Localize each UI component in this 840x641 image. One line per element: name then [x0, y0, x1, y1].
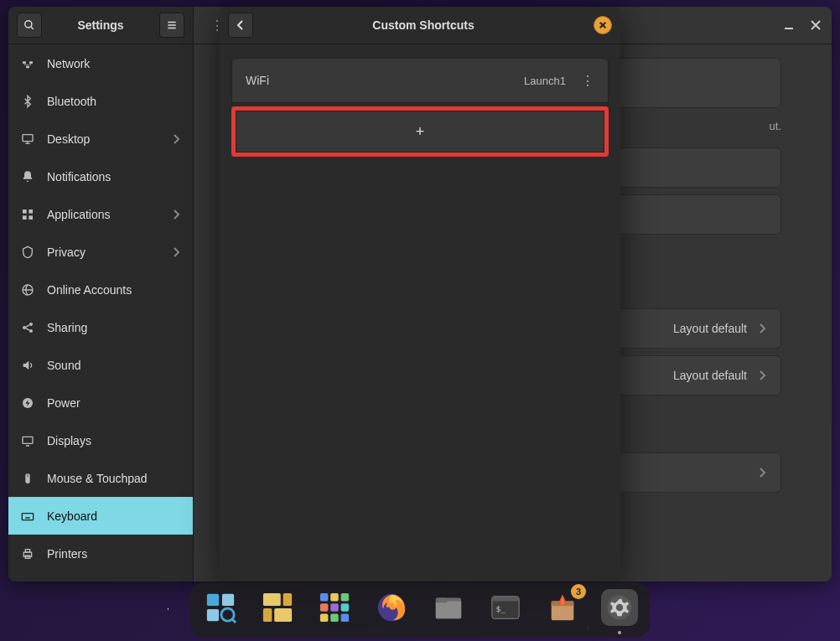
- svg-line-23: [26, 324, 30, 327]
- dialog-close-button[interactable]: [594, 16, 612, 34]
- minimize-button[interactable]: [781, 18, 796, 33]
- add-shortcut-button[interactable]: +: [236, 111, 604, 152]
- search-button[interactable]: [17, 13, 42, 38]
- sidebar-item-label: Applications: [47, 208, 111, 221]
- sidebar-item-printers[interactable]: Printers: [8, 535, 193, 572]
- svg-point-72: [616, 604, 624, 612]
- svg-rect-18: [29, 215, 33, 220]
- sidebar-item-bluetooth[interactable]: Bluetooth: [8, 82, 193, 120]
- dock-store[interactable]: 3: [544, 589, 581, 626]
- sidebar-item-sharing[interactable]: Sharing: [8, 308, 193, 346]
- dialog-header: Custom Shortcuts: [220, 7, 620, 44]
- sidebar-item-label: Sharing: [47, 321, 87, 334]
- sidebar-item-label: Bluetooth: [47, 95, 96, 108]
- back-button[interactable]: [228, 13, 253, 38]
- svg-rect-58: [341, 603, 350, 612]
- svg-point-21: [29, 323, 33, 326]
- shortcut-row[interactable]: WiFi Launch1 ⋮: [231, 58, 609, 103]
- dock-applications[interactable]: [316, 589, 353, 626]
- sidebar-item-label: Displays: [47, 434, 91, 447]
- dock-tiling[interactable]: [259, 589, 296, 626]
- svg-line-1: [31, 27, 34, 29]
- svg-rect-45: [222, 594, 234, 606]
- sidebar-item-label: Notifications: [47, 170, 111, 184]
- close-icon: [599, 21, 607, 29]
- dock-terminal[interactable]: $_: [487, 589, 524, 626]
- sidebar-item-privacy[interactable]: Privacy: [8, 233, 193, 271]
- svg-rect-53: [320, 593, 329, 602]
- sidebar-item-power[interactable]: Power: [8, 384, 193, 421]
- chevron-right-icon: [757, 323, 767, 333]
- sidebar-item-sound[interactable]: Sound: [8, 346, 193, 384]
- printers-icon: [20, 546, 35, 561]
- dock-firefox[interactable]: [373, 589, 410, 626]
- sidebar-item-label: Online Accounts: [47, 283, 132, 297]
- dock-settings[interactable]: [601, 589, 638, 626]
- workspaces-icon: [205, 592, 236, 623]
- sidebar-item-network[interactable]: Network: [8, 44, 193, 82]
- svg-rect-44: [207, 594, 219, 606]
- sidebar-item-label: Printers: [47, 547, 87, 561]
- svg-rect-54: [330, 593, 339, 602]
- close-window-button[interactable]: [808, 18, 823, 33]
- dock-badge: 3: [571, 584, 586, 599]
- svg-rect-16: [29, 209, 33, 214]
- sidebar-item-online-accounts[interactable]: Online Accounts: [8, 271, 193, 308]
- svg-rect-15: [23, 209, 27, 214]
- shortcut-name: WiFi: [246, 74, 524, 87]
- terminal-icon: $_: [490, 592, 521, 623]
- sound-icon: [20, 358, 35, 373]
- svg-rect-17: [23, 215, 27, 220]
- settings-sidebar: Settings NetworkBluetoothDesktopNotifica…: [8, 7, 194, 582]
- svg-rect-30: [22, 513, 33, 520]
- hamburger-button[interactable]: [159, 13, 184, 38]
- sidebar-item-mouse[interactable]: Mouse & Touchpad: [8, 459, 193, 497]
- apps-grid-icon: [319, 592, 350, 623]
- sidebar-item-label: Desktop: [47, 132, 90, 146]
- svg-rect-49: [263, 593, 281, 606]
- svg-rect-61: [341, 614, 350, 623]
- sidebar-item-desktop[interactable]: Desktop: [8, 120, 193, 158]
- dock-files[interactable]: [430, 589, 467, 626]
- bluetooth-icon: [20, 94, 35, 109]
- sidebar-item-label: Keyboard: [47, 509, 97, 523]
- svg-line-24: [26, 328, 30, 330]
- svg-rect-65: [436, 598, 447, 603]
- sidebar-header: Settings: [8, 7, 193, 44]
- sidebar-item-keyboard[interactable]: Keyboard: [8, 497, 193, 535]
- minimize-icon: [784, 20, 794, 30]
- svg-rect-64: [436, 601, 461, 618]
- power-icon: [20, 395, 35, 411]
- sidebar-item-displays[interactable]: Displays: [8, 421, 193, 459]
- svg-rect-51: [263, 608, 272, 622]
- sidebar-title: Settings: [49, 18, 153, 32]
- svg-rect-37: [25, 549, 29, 551]
- sidebar-item-label: Power: [47, 396, 80, 410]
- svg-rect-57: [330, 603, 339, 612]
- highlight-annotation: +: [231, 106, 609, 157]
- dock: $_ 3: [190, 582, 650, 638]
- svg-rect-50: [283, 593, 292, 606]
- sidebar-items: NetworkBluetoothDesktopNotificationsAppl…: [8, 44, 193, 582]
- firefox-icon: [376, 592, 407, 623]
- svg-rect-5: [23, 61, 26, 64]
- svg-rect-12: [23, 134, 33, 141]
- sidebar-item-label: Privacy: [47, 246, 86, 259]
- dock-workspaces[interactable]: [202, 589, 239, 626]
- svg-rect-6: [29, 61, 33, 64]
- svg-point-22: [29, 329, 33, 333]
- applications-icon: [20, 207, 35, 222]
- sidebar-item-applications[interactable]: Applications: [8, 195, 193, 233]
- custom-shortcuts-dialog: Custom Shortcuts WiFi Launch1 ⋮ +: [220, 7, 620, 582]
- sidebar-item-notifications[interactable]: Notifications: [8, 158, 193, 195]
- notifications-icon: [20, 169, 35, 184]
- svg-rect-7: [26, 65, 29, 68]
- chevron-right-icon: [171, 247, 181, 257]
- svg-rect-26: [23, 437, 33, 443]
- online-accounts-icon: [20, 282, 35, 297]
- svg-line-48: [231, 618, 236, 623]
- keyboard-icon: [20, 509, 35, 524]
- mouse-icon: [20, 471, 35, 486]
- chevron-left-icon: [236, 20, 246, 30]
- shortcut-menu-button[interactable]: ⋮: [581, 73, 594, 89]
